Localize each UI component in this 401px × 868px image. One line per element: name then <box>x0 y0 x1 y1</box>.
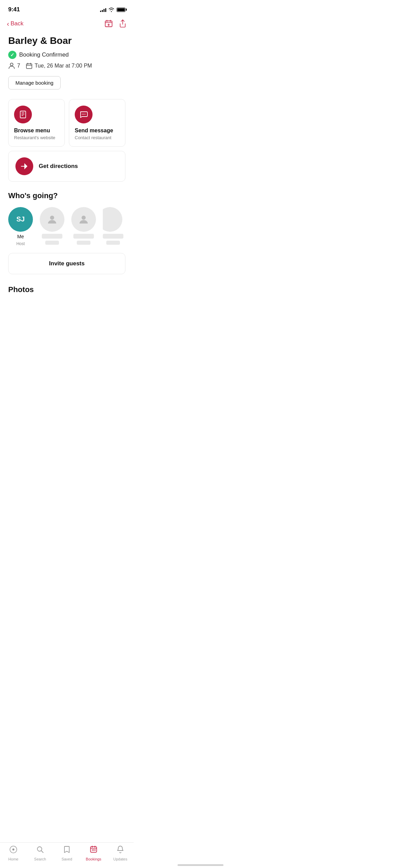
datetime-detail: Tue, 26 Mar at 7:00 PM <box>26 62 92 69</box>
nav-bar: ‹ Back <box>0 16 134 32</box>
send-message-title: Send message <box>75 128 120 134</box>
restaurant-name: Barley & Boar <box>8 35 125 47</box>
send-message-icon <box>75 106 93 123</box>
browse-menu-title: Browse menu <box>14 128 59 134</box>
photos-title: Photos <box>8 285 125 294</box>
booking-status: ✓ Booking Confirmed <box>8 51 125 59</box>
guest-role-placeholder-3 <box>77 241 90 245</box>
person-icon <box>8 62 15 69</box>
back-label: Back <box>11 20 24 27</box>
guest-role-placeholder-2 <box>45 241 59 245</box>
send-message-subtitle: Contact restaurant <box>75 135 120 140</box>
svg-point-16 <box>83 113 84 114</box>
guest-avatar-empty-4 <box>103 207 122 232</box>
get-directions-card[interactable]: Get directions <box>8 151 125 182</box>
svg-point-19 <box>82 216 86 220</box>
svg-point-15 <box>82 113 83 114</box>
status-time: 9:41 <box>8 6 20 13</box>
host-name: Me <box>17 234 24 239</box>
confirmed-check-icon: ✓ <box>8 51 16 59</box>
svg-rect-7 <box>26 64 32 69</box>
guest-avatar-empty-3 <box>71 207 96 232</box>
invite-guests-button[interactable]: Invite guests <box>8 253 125 274</box>
guest-name-placeholder-2 <box>42 234 62 239</box>
guest-name-placeholder-4 <box>103 234 123 239</box>
photos-section: Photos <box>8 285 125 294</box>
booking-details: 7 Tue, 26 Mar at 7:00 PM <box>8 62 125 69</box>
status-icons <box>100 7 125 12</box>
back-chevron-icon: ‹ <box>7 20 9 28</box>
guest-host: SJ Me Host <box>8 207 33 246</box>
send-message-card[interactable]: Send message Contact restaurant <box>69 99 125 147</box>
add-calendar-button[interactable] <box>104 19 113 28</box>
share-button[interactable] <box>119 19 127 28</box>
booking-status-text: Booking Confirmed <box>19 51 69 58</box>
signal-icon <box>100 7 106 12</box>
svg-point-18 <box>50 216 54 220</box>
guest-placeholder-2 <box>40 207 64 246</box>
calendar-add-icon <box>104 19 113 28</box>
nav-actions <box>104 19 127 28</box>
guest-placeholder-4 <box>103 207 123 246</box>
get-directions-icon <box>15 157 33 175</box>
browse-menu-subtitle: Restaurant's website <box>14 135 59 140</box>
svg-point-6 <box>10 63 13 66</box>
host-role: Host <box>16 241 25 246</box>
wifi-icon <box>108 7 114 12</box>
guest-role-placeholder-4 <box>106 241 120 245</box>
action-cards-grid: Browse menu Restaurant's website Send me… <box>8 99 125 147</box>
guest-avatar-empty-2 <box>40 207 64 232</box>
host-avatar: SJ <box>8 207 33 232</box>
svg-rect-11 <box>20 111 26 118</box>
calendar-icon <box>26 62 33 69</box>
guests-detail: 7 <box>8 62 20 69</box>
svg-point-17 <box>85 113 85 114</box>
status-bar: 9:41 <box>0 0 134 16</box>
browse-menu-card[interactable]: Browse menu Restaurant's website <box>8 99 65 147</box>
guest-placeholder-3 <box>71 207 96 246</box>
battery-icon <box>117 8 125 12</box>
whos-going-section: Who's going? SJ Me Host <box>8 191 125 285</box>
booking-datetime: Tue, 26 Mar at 7:00 PM <box>35 63 92 69</box>
guest-count: 7 <box>17 63 20 69</box>
guest-name-placeholder-3 <box>73 234 94 239</box>
guests-row: SJ Me Host <box>8 207 125 246</box>
share-icon <box>119 19 127 28</box>
back-button[interactable]: ‹ Back <box>7 20 23 28</box>
get-directions-title: Get directions <box>39 163 78 170</box>
whos-going-title: Who's going? <box>8 191 125 200</box>
manage-booking-button[interactable]: Manage booking <box>8 76 61 89</box>
main-content: Barley & Boar ✓ Booking Confirmed 7 Tue,… <box>0 32 134 328</box>
browse-menu-icon <box>14 106 32 123</box>
